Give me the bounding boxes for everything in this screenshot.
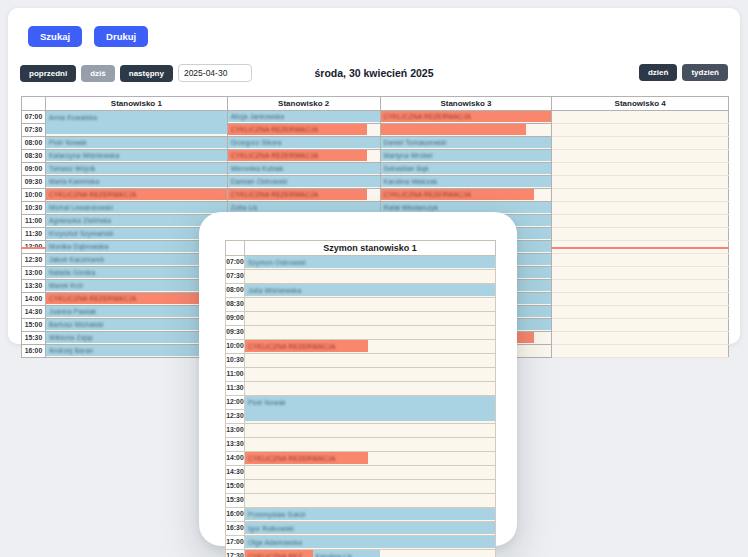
- booking-bar[interactable]: Sebastian Bąk: [381, 163, 552, 174]
- booking-bar[interactable]: Weronika Kubiak: [228, 163, 380, 174]
- booking-bar[interactable]: Grzegorz Sikora: [228, 137, 380, 148]
- schedule-cell[interactable]: [245, 494, 496, 508]
- week-view-button[interactable]: tydzień: [682, 64, 728, 81]
- booking-bar[interactable]: Olga Adamowska: [245, 536, 495, 548]
- schedule-cell[interactable]: [245, 368, 496, 382]
- reservation-bar[interactable]: CYKLICZNA REZERWACJA: [381, 111, 552, 122]
- schedule-cell[interactable]: [245, 466, 496, 480]
- schedule-cell[interactable]: CYKLICZNA REZERWACJA: [227, 124, 380, 137]
- schedule-cell[interactable]: Anna Kowalska: [45, 111, 227, 137]
- schedule-cell[interactable]: [552, 254, 729, 267]
- schedule-cell[interactable]: [552, 111, 729, 124]
- booking-bar[interactable]: Marta Kamińska: [46, 176, 227, 187]
- schedule-cell[interactable]: CYKLICZNA REZERWACJA: [245, 452, 496, 466]
- day-view-button[interactable]: dzień: [639, 64, 677, 81]
- booking-bar[interactable]: Martyna Wróbel: [381, 150, 552, 161]
- booking-bar[interactable]: Julia Wiśniewska: [245, 284, 495, 296]
- schedule-cell[interactable]: [245, 312, 496, 326]
- schedule-cell[interactable]: Martyna Wróbel: [380, 150, 552, 163]
- today-button[interactable]: dziś: [81, 65, 115, 82]
- schedule-cell[interactable]: [552, 267, 729, 280]
- schedule-cell[interactable]: [552, 124, 729, 137]
- schedule-cell[interactable]: [245, 270, 496, 284]
- schedule-cell[interactable]: [552, 176, 729, 189]
- schedule-cell[interactable]: Julia Wiśniewska: [245, 284, 496, 298]
- reservation-bar[interactable]: CYKLICZNA REZERWACJA: [228, 150, 368, 161]
- schedule-cell[interactable]: [245, 354, 496, 368]
- booking-bar[interactable]: Piotr Nowak: [46, 137, 227, 148]
- schedule-cell[interactable]: Grzegorz Sikora: [227, 137, 380, 150]
- booking-bar[interactable]: Karolina Walczak: [381, 176, 552, 187]
- booking-bar[interactable]: Przemysław Sokół: [245, 508, 495, 520]
- booking-bar[interactable]: Anna Kowalska: [46, 111, 227, 134]
- schedule-cell[interactable]: [552, 306, 729, 319]
- schedule-cell[interactable]: Igor Rutkowski: [245, 522, 496, 536]
- booking-bar[interactable]: Damian Ostrowski: [228, 176, 380, 187]
- reservation-bar[interactable]: CYKLICZNA REZERWACJA: [228, 189, 368, 200]
- schedule-cell[interactable]: Daniel Tomaszewski: [380, 137, 552, 150]
- schedule-cell[interactable]: [552, 280, 729, 293]
- schedule-cell[interactable]: Damian Ostrowski: [227, 176, 380, 189]
- booking-bar[interactable]: Tomasz Wójcik: [46, 163, 227, 174]
- booking-bar[interactable]: Michał Lewandowski: [46, 202, 227, 213]
- booking-bar[interactable]: Karolina Lis: [313, 550, 381, 557]
- booking-bar[interactable]: Alicja Jankowska: [228, 111, 380, 122]
- reservation-bar[interactable]: CYKLICZNA REZERWACJA: [46, 189, 227, 200]
- reservation-bar[interactable]: [381, 124, 526, 135]
- schedule-cell[interactable]: [245, 480, 496, 494]
- schedule-cell[interactable]: CYKLICZNA REZERWACJA: [227, 150, 380, 163]
- schedule-cell[interactable]: CYKLICZNA REZ.Karolina Lis: [245, 550, 496, 557]
- reservation-bar[interactable]: CYKLICZNA REZERWACJA: [245, 340, 368, 352]
- date-input[interactable]: [178, 64, 252, 82]
- print-button[interactable]: Drukuj: [94, 26, 148, 47]
- reservation-bar[interactable]: CYKLICZNA REZERWACJA: [245, 452, 368, 464]
- schedule-cell[interactable]: Marta Kamińska: [45, 176, 227, 189]
- schedule-cell[interactable]: CYKLICZNA REZERWACJA: [245, 340, 496, 354]
- reservation-bar[interactable]: CYKLICZNA REZ.: [245, 550, 313, 557]
- booking-bar[interactable]: Szymon Ostrowski: [245, 256, 495, 268]
- schedule-cell[interactable]: Michał Lewandowski: [45, 202, 227, 215]
- schedule-cell[interactable]: Tomasz Wójcik: [45, 163, 227, 176]
- reservation-bar[interactable]: CYKLICZNA REZERWACJA: [381, 189, 535, 200]
- schedule-cell[interactable]: Weronika Kubiak: [227, 163, 380, 176]
- schedule-cell[interactable]: [552, 228, 729, 241]
- booking-bar[interactable]: Igor Rutkowski: [245, 522, 495, 534]
- schedule-cell[interactable]: Piotr Nowak: [245, 396, 496, 424]
- schedule-cell[interactable]: [552, 150, 729, 163]
- schedule-cell[interactable]: CYKLICZNA REZERWACJA: [227, 189, 380, 202]
- schedule-cell[interactable]: CYKLICZNA REZERWACJA: [45, 189, 227, 202]
- schedule-cell[interactable]: [245, 382, 496, 396]
- schedule-cell[interactable]: [552, 189, 729, 202]
- schedule-cell[interactable]: [552, 163, 729, 176]
- schedule-cell[interactable]: [552, 293, 729, 306]
- schedule-cell[interactable]: Katarzyna Wiśniewska: [45, 150, 227, 163]
- booking-bar[interactable]: Agnieszka Zielińska: [46, 215, 227, 226]
- schedule-cell[interactable]: [552, 137, 729, 150]
- schedule-cell[interactable]: [380, 124, 552, 137]
- schedule-cell[interactable]: [245, 326, 496, 340]
- schedule-cell[interactable]: [552, 345, 729, 358]
- schedule-cell[interactable]: [552, 215, 729, 228]
- schedule-cell[interactable]: [245, 424, 496, 438]
- schedule-cell[interactable]: Piotr Nowak: [45, 137, 227, 150]
- next-day-button[interactable]: następny: [120, 65, 173, 82]
- booking-bar[interactable]: Piotr Nowak: [245, 396, 495, 421]
- schedule-cell[interactable]: CYKLICZNA REZERWACJA: [380, 189, 552, 202]
- schedule-cell[interactable]: [552, 202, 729, 215]
- schedule-cell[interactable]: Karolina Walczak: [380, 176, 552, 189]
- reservation-bar[interactable]: CYKLICZNA REZERWACJA: [228, 124, 368, 135]
- schedule-cell[interactable]: [552, 319, 729, 332]
- schedule-cell[interactable]: Szymon Ostrowski: [245, 256, 496, 270]
- prev-day-button[interactable]: poprzedni: [20, 65, 76, 82]
- booking-bar[interactable]: Katarzyna Wiśniewska: [46, 150, 227, 161]
- schedule-cell[interactable]: [245, 438, 496, 452]
- schedule-cell[interactable]: Przemysław Sokół: [245, 508, 496, 522]
- booking-bar[interactable]: Daniel Tomaszewski: [381, 137, 552, 148]
- schedule-cell[interactable]: [552, 332, 729, 345]
- schedule-cell[interactable]: CYKLICZNA REZERWACJA: [380, 111, 552, 124]
- schedule-cell[interactable]: [245, 298, 496, 312]
- schedule-cell[interactable]: Alicja Jankowska: [227, 111, 380, 124]
- schedule-cell[interactable]: Olga Adamowska: [245, 536, 496, 550]
- search-button[interactable]: Szukaj: [28, 26, 82, 47]
- schedule-cell[interactable]: Sebastian Bąk: [380, 163, 552, 176]
